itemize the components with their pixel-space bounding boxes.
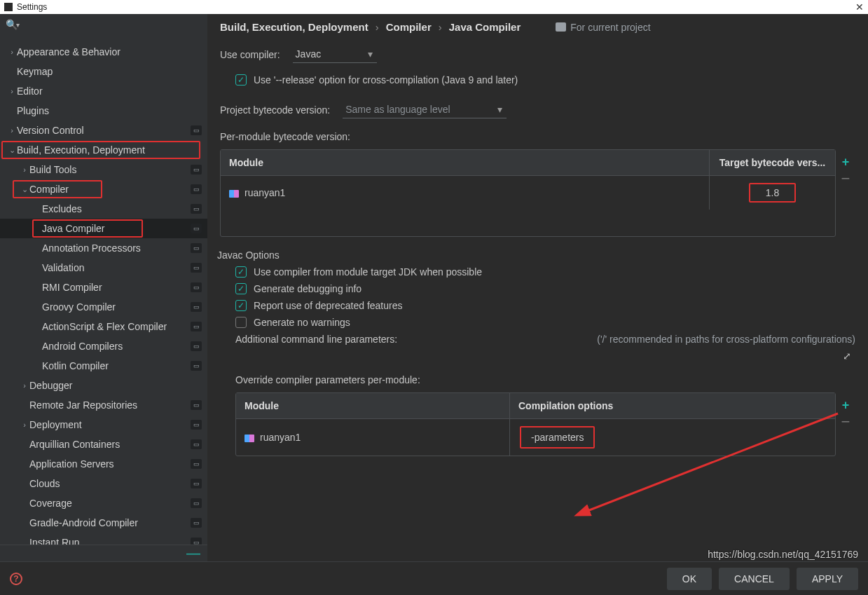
release-label: Use '--release' option for cross-compila…: [254, 74, 518, 86]
chevron-icon: ›: [20, 420, 29, 429]
chevron-icon: ›: [7, 126, 17, 135]
option-label-2: Report use of deprecated features: [254, 300, 402, 311]
col-target: Target bytecode vers...: [709, 150, 835, 175]
table-row[interactable]: ruanyan1 -parameters: [236, 418, 835, 456]
project-badge-icon: ▭: [191, 341, 202, 351]
window-titlebar: Settings ✕: [0, 0, 868, 14]
remove-module-button[interactable]: −: [841, 175, 850, 182]
add-module-button[interactable]: +: [842, 155, 850, 170]
close-icon[interactable]: ✕: [855, 1, 864, 13]
sidebar-item-debugger[interactable]: ›Debugger: [0, 376, 207, 395]
sidebar-item-plugins[interactable]: Plugins: [0, 101, 207, 121]
chevron-icon: ›: [7, 87, 17, 95]
project-bytecode-select[interactable]: Same as language level: [343, 101, 506, 118]
project-badge-icon: ▭: [191, 125, 202, 135]
add-params-hint: ('/' recommended in paths for cross-plat…: [597, 334, 855, 345]
option-checkbox-2[interactable]: ✓: [235, 300, 247, 311]
project-badge-icon: ▭: [191, 282, 202, 292]
add-override-button[interactable]: +: [842, 398, 850, 413]
project-badge-icon: ▭: [191, 302, 202, 312]
project-badge-icon: ▭: [191, 165, 202, 175]
chevron-icon: ›: [7, 48, 17, 56]
option-checkbox-0[interactable]: ✓: [235, 266, 247, 278]
crumb-1[interactable]: Compiler: [386, 21, 432, 33]
project-badge-icon: ▭: [191, 420, 202, 430]
module-icon: [244, 435, 254, 442]
sidebar-item-coverage[interactable]: Coverage▭: [0, 493, 207, 513]
watermark: https://blog.csdn.net/qq_42151769: [708, 549, 858, 560]
help-icon[interactable]: ?: [10, 573, 22, 585]
project-badge-icon: ▭: [191, 518, 202, 528]
per-module-label: Per-module bytecode version:: [220, 131, 855, 142]
sidebar-item-kotlin-compiler[interactable]: Kotlin Compiler▭: [0, 356, 207, 376]
expand-icon[interactable]: ⤢: [843, 350, 851, 362]
sidebar-item-build-tools[interactable]: ›Build Tools▭: [0, 160, 207, 179]
sidebar-item-arquillian-containers[interactable]: Arquillian Containers▭: [0, 435, 207, 454]
sidebar-item-clouds[interactable]: Clouds▭: [0, 474, 207, 493]
sidebar-item-remote-jar-repositories[interactable]: Remote Jar Repositories▭: [0, 395, 207, 415]
release-checkbox[interactable]: ✓: [235, 74, 247, 86]
cancel-button[interactable]: CANCEL: [719, 568, 790, 590]
search-input[interactable]: 🔍▾: [0, 14, 207, 35]
project-badge-icon: ▭: [191, 322, 202, 331]
sidebar-item-rmi-compiler[interactable]: RMI Compiler▭: [0, 278, 207, 297]
chevron-icon: ⌄: [20, 185, 29, 194]
project-badge-icon: ▭: [191, 243, 202, 253]
sidebar-item-validation[interactable]: Validation▭: [0, 258, 207, 278]
project-badge-icon: ▭: [191, 184, 202, 194]
option-checkbox-3[interactable]: [235, 317, 247, 328]
chevron-icon: ›: [20, 165, 29, 174]
use-compiler-label: Use compiler:: [220, 49, 280, 60]
sidebar-item-groovy-compiler[interactable]: Groovy Compiler▭: [0, 297, 207, 317]
crumb-2: Java Compiler: [449, 21, 521, 33]
sidebar-item-excludes[interactable]: Excludes▭: [0, 199, 207, 219]
sidebar-item-actionscript-flex-compiler[interactable]: ActionScript & Flex Compiler▭: [0, 317, 207, 336]
add-params-label: Additional command line parameters:: [235, 334, 397, 345]
sidebar-item-gradle-android-compiler[interactable]: Gradle-Android Compiler▭: [0, 513, 207, 533]
col-options: Compilation options: [509, 393, 835, 418]
dialog-footer: ? OK CANCEL APPLY: [0, 561, 868, 595]
sidebar-item-version-control[interactable]: ›Version Control▭: [0, 121, 207, 140]
use-compiler-select[interactable]: Javac: [293, 46, 378, 63]
settings-content: Build, Execution, Deployment› Compiler› …: [207, 14, 868, 561]
sidebar-item-editor[interactable]: ›Editor: [0, 81, 207, 101]
option-checkbox-1[interactable]: ✓: [235, 283, 247, 294]
sidebar-item-keymap[interactable]: Keymap: [0, 62, 207, 81]
sidebar-item-deployment[interactable]: ›Deployment▭: [0, 415, 207, 435]
project-bytecode-label: Project bytecode version:: [220, 104, 330, 116]
option-label-3: Generate no warnings: [254, 317, 350, 328]
javac-options-legend: Javac Options: [217, 249, 855, 261]
table-row[interactable]: ruanyan1 1.8: [221, 175, 835, 210]
override-table: Module Compilation options ruanyan1 -par…: [235, 392, 836, 456]
chevron-icon: ⌄: [7, 146, 17, 155]
compilation-option[interactable]: -parameters: [520, 426, 595, 449]
project-badge-icon: ▭: [191, 538, 202, 545]
crumb-0[interactable]: Build, Execution, Deployment: [220, 21, 368, 33]
option-label-1: Generate debugging info: [254, 283, 361, 294]
settings-sidebar: 🔍▾ ›Appearance & BehaviorKeymap›EditorPl…: [0, 14, 207, 561]
sidebar-item-build-execution-deployment[interactable]: ⌄Build, Execution, Deployment: [0, 140, 207, 160]
target-value[interactable]: 1.8: [749, 183, 796, 203]
project-badge-icon: ▭: [191, 204, 202, 214]
sidebar-item-java-compiler[interactable]: Java Compiler▭: [0, 219, 207, 238]
sidebar-item-annotation-processors[interactable]: Annotation Processors▭: [0, 238, 207, 258]
project-badge-icon: ▭: [191, 224, 202, 233]
sidebar-item-appearance-behavior[interactable]: ›Appearance & Behavior: [0, 42, 207, 62]
project-badge-icon: ▭: [191, 479, 202, 488]
project-badge-icon: ▭: [191, 263, 202, 273]
project-badge-icon: ▭: [191, 498, 202, 508]
sidebar-collapse[interactable]: —: [0, 545, 207, 561]
sidebar-item-application-servers[interactable]: Application Servers▭: [0, 454, 207, 474]
ok-button[interactable]: OK: [667, 568, 712, 590]
col-module: Module: [221, 150, 709, 175]
sidebar-item-android-compilers[interactable]: Android Compilers▭: [0, 336, 207, 356]
breadcrumb: Build, Execution, Deployment› Compiler› …: [220, 21, 855, 33]
sidebar-item-compiler[interactable]: ⌄Compiler▭: [0, 179, 207, 199]
apply-button[interactable]: APPLY: [797, 568, 858, 590]
remove-override-button[interactable]: −: [841, 418, 850, 425]
project-badge-icon: ▭: [191, 400, 202, 410]
col-module2: Module: [236, 393, 509, 418]
project-badge-icon: ▭: [191, 361, 202, 371]
for-project-badge: For current project: [556, 22, 650, 33]
sidebar-item-instant-run[interactable]: Instant Run▭: [0, 533, 207, 545]
